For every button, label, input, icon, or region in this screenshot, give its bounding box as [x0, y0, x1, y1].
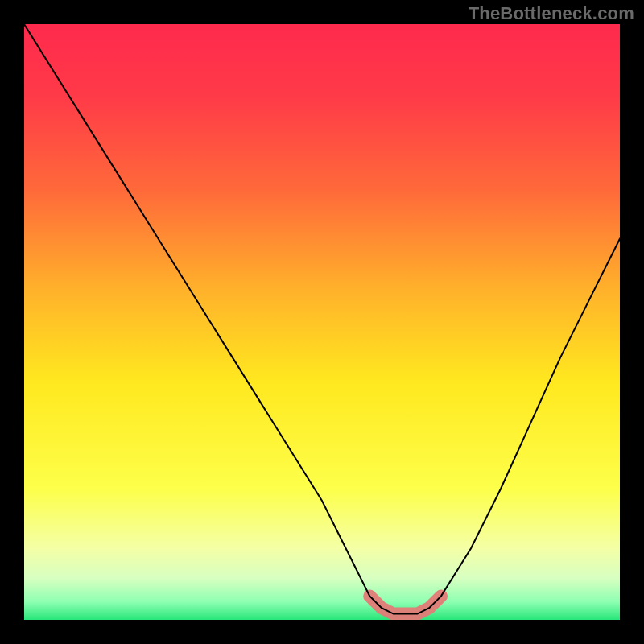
bottleneck-curve	[24, 24, 620, 614]
valley-marker	[369, 596, 441, 613]
watermark-text: TheBottleneck.com	[469, 3, 634, 24]
curve-layer	[24, 24, 620, 620]
plot-area	[24, 24, 620, 620]
chart-stage: TheBottleneck.com	[0, 0, 644, 644]
